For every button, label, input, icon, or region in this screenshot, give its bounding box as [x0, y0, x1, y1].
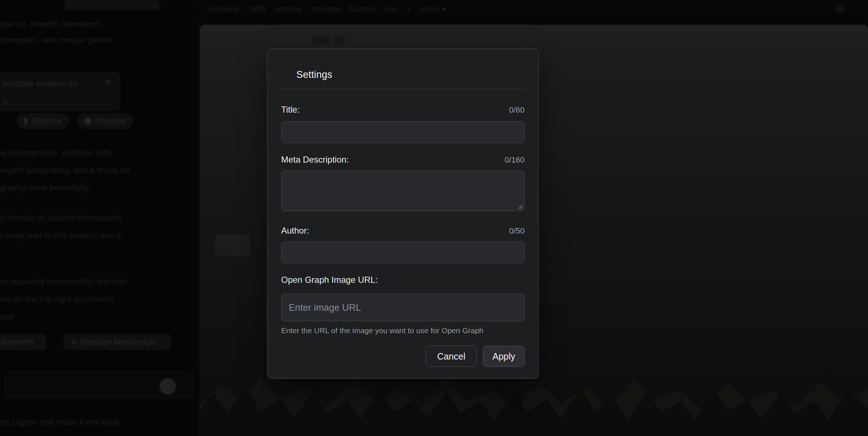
restore-icon — [24, 117, 28, 125]
chat-line: ions on the top right to connect — [0, 293, 127, 310]
chat-message-fragment: hype co, smooth transitions, techniques,… — [0, 17, 116, 46]
close-icon: ✕ — [105, 78, 111, 87]
manage-knowledge-label: Manage knowledge — [80, 335, 155, 348]
version-card-subtitle: g — [3, 94, 7, 107]
meta-description-counter: 0/160 — [505, 155, 525, 165]
topbar-page-selector: index ▾ — [421, 4, 446, 14]
chat-line: this bigger and make it not exist — [0, 416, 119, 429]
topbar-item: + — [407, 4, 412, 14]
meta-description-textarea[interactable] — [281, 171, 525, 211]
author-counter: 0/50 — [509, 226, 525, 236]
topbar-item: overview — [208, 4, 239, 14]
restore-label: Restore — [31, 114, 62, 127]
og-image-label: Open Graph Image URL: — [281, 275, 378, 285]
preview-icon — [84, 117, 91, 125]
topbar-item: seo — [384, 4, 397, 14]
knowledge-icon: ⟲ — [70, 338, 76, 346]
settings-modal: Settings Title: 0/60 Meta Description: 0… — [267, 49, 539, 379]
chat-paragraph: see backend functionality, you can ions … — [0, 275, 127, 327]
topbar-breadcrumb: overview skills resume manage favicon se… — [208, 4, 446, 14]
modal-title: Settings — [296, 69, 525, 80]
deployment-chip-label: ployment — [0, 335, 34, 348]
chat-line: ography work beautifully — [0, 181, 130, 198]
version-card: portfolio washes an ✕ g — [0, 72, 120, 111]
modal-header-divider — [281, 89, 525, 89]
title-input[interactable] — [281, 121, 525, 143]
sidebar-main-divider — [199, 0, 199, 436]
restore-button: Restore — [17, 113, 69, 129]
chat-line: techniques, and mouse games. — [0, 33, 116, 46]
chat-line: see backend functionality, you can — [0, 275, 127, 293]
og-image-url-input[interactable] — [281, 294, 525, 321]
og-image-helper-text: Enter the URL of the image you want to u… — [281, 326, 525, 335]
chat-sidebar: hype co, smooth transitions, techniques,… — [0, 0, 199, 436]
chat-paragraph: ing photographs, portfolio with elegant … — [0, 146, 130, 198]
author-label: Author: — [281, 226, 309, 236]
app-screen: hype co, smooth transitions, techniques,… — [0, 0, 868, 436]
editor-topbar: overview skills resume manage favicon se… — [199, 0, 868, 25]
topbar-item: favicon — [350, 4, 375, 14]
apply-button[interactable]: Apply — [483, 346, 525, 367]
version-card-title: portfolio washes an — [3, 77, 78, 90]
send-icon — [159, 378, 176, 395]
preview-card — [215, 235, 249, 256]
preview-button: Preview — [77, 113, 133, 129]
chat-line: ing photographs, portfolio with — [0, 146, 130, 164]
topbar-item: resume — [275, 4, 302, 14]
chat-line: elegant typography, and a focus on — [0, 164, 130, 181]
chat-line: base — [0, 310, 127, 327]
sidebar-active-tab — [64, 0, 159, 9]
title-counter: 0/60 — [509, 105, 525, 115]
sidebar-divider — [0, 364, 199, 365]
preview-nav-blob — [313, 36, 330, 43]
sidebar-tab-divider — [0, 9, 199, 10]
meta-description-label: Meta Description: — [281, 155, 349, 165]
chat-paragraph: no contact or custom instructions to awa… — [0, 211, 122, 246]
topbar-item: manage — [312, 4, 341, 14]
chat-line: hype co, smooth transitions, — [0, 17, 116, 30]
deployment-chip: ployment — [0, 334, 46, 350]
cancel-button[interactable]: Cancel — [426, 346, 477, 367]
manage-knowledge-chip: ⟲ Manage knowledge — [64, 334, 171, 350]
gear-icon: ⚙ — [835, 3, 844, 15]
topbar-item: skills — [249, 4, 266, 14]
chat-line: no contact or custom instructions — [0, 211, 122, 229]
preview-nav-blob — [335, 37, 344, 43]
chat-line: to away add in this project, ask it — [0, 229, 122, 246]
preview-label: Preview — [95, 114, 126, 127]
title-label: Title: — [281, 105, 300, 115]
author-input[interactable] — [281, 242, 525, 263]
